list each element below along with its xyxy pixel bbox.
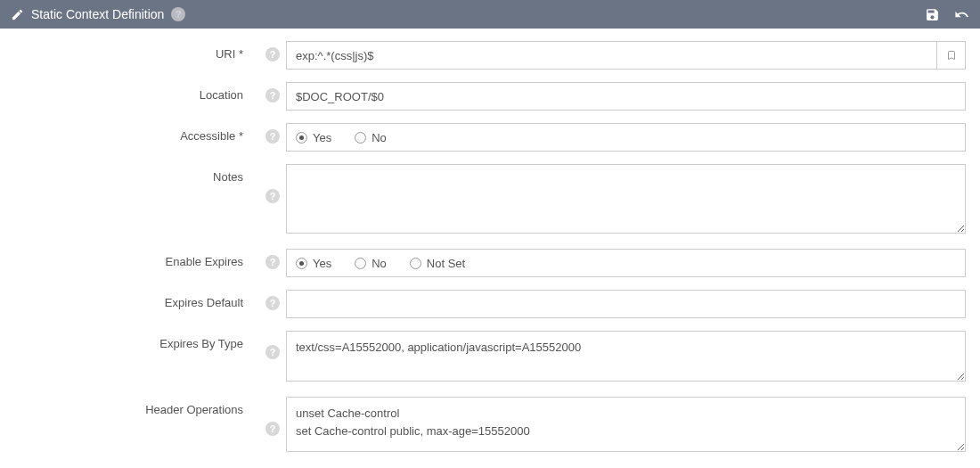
row-location: Location ?	[5, 82, 966, 111]
row-notes: Notes ?	[5, 164, 966, 236]
accessible-radio-group: Yes No	[286, 123, 966, 152]
location-input[interactable]	[286, 82, 966, 111]
panel-title: Static Context Definition	[31, 7, 164, 21]
label-notes: Notes	[5, 164, 259, 184]
enable-expires-no[interactable]: No	[355, 257, 387, 270]
uri-addon-icon[interactable]	[936, 41, 966, 70]
label-enable-expires: Enable Expires	[5, 249, 259, 268]
enable-expires-notset[interactable]: Not Set	[410, 257, 465, 270]
enable-expires-yes[interactable]: Yes	[296, 257, 331, 270]
help-icon[interactable]: ?	[265, 345, 280, 359]
edit-icon	[11, 8, 24, 21]
radio-icon	[355, 258, 366, 269]
row-expires-by-type: Expires By Type ? text/css=A15552000, ap…	[5, 331, 966, 384]
help-icon[interactable]: ?	[265, 88, 280, 103]
help-icon[interactable]: ?	[265, 189, 280, 203]
help-icon[interactable]: ?	[265, 129, 280, 144]
uri-input[interactable]	[286, 41, 936, 70]
row-header-operations: Header Operations ? unset Cache-control …	[5, 397, 966, 455]
row-enable-expires: Enable Expires ? Yes No Not Set	[5, 249, 966, 277]
help-icon[interactable]: ?	[265, 422, 280, 436]
label-expires-by-type: Expires By Type	[5, 331, 259, 350]
panel-header: Static Context Definition ?	[0, 0, 980, 29]
radio-icon	[355, 132, 366, 144]
label-expires-default: Expires Default	[5, 290, 259, 309]
help-icon[interactable]: ?	[265, 296, 280, 310]
expires-by-type-textarea[interactable]: text/css=A15552000, application/javascri…	[286, 331, 966, 382]
notes-textarea[interactable]	[286, 164, 966, 234]
expires-default-input[interactable]	[286, 290, 966, 318]
form-area: URI * ? Location ? Accessible * ? Yes No	[0, 29, 980, 467]
row-accessible: Accessible * ? Yes No	[5, 123, 966, 152]
back-icon[interactable]	[954, 7, 969, 22]
radio-icon	[296, 132, 307, 144]
enable-expires-radio-group: Yes No Not Set	[286, 249, 966, 277]
accessible-no[interactable]: No	[355, 131, 387, 144]
label-accessible: Accessible *	[5, 123, 259, 143]
radio-icon	[410, 258, 421, 269]
row-uri: URI * ?	[5, 41, 966, 70]
help-icon[interactable]: ?	[265, 47, 280, 62]
radio-icon	[296, 258, 307, 269]
header-operations-textarea[interactable]: unset Cache-control set Cache-control pu…	[286, 397, 966, 452]
accessible-yes[interactable]: Yes	[296, 131, 331, 144]
label-uri: URI *	[5, 41, 259, 61]
save-icon[interactable]	[925, 7, 940, 22]
help-icon[interactable]: ?	[265, 255, 280, 269]
panel-help-icon[interactable]: ?	[171, 7, 185, 21]
label-location: Location	[5, 82, 259, 102]
label-header-operations: Header Operations	[5, 397, 259, 416]
row-expires-default: Expires Default ?	[5, 290, 966, 318]
